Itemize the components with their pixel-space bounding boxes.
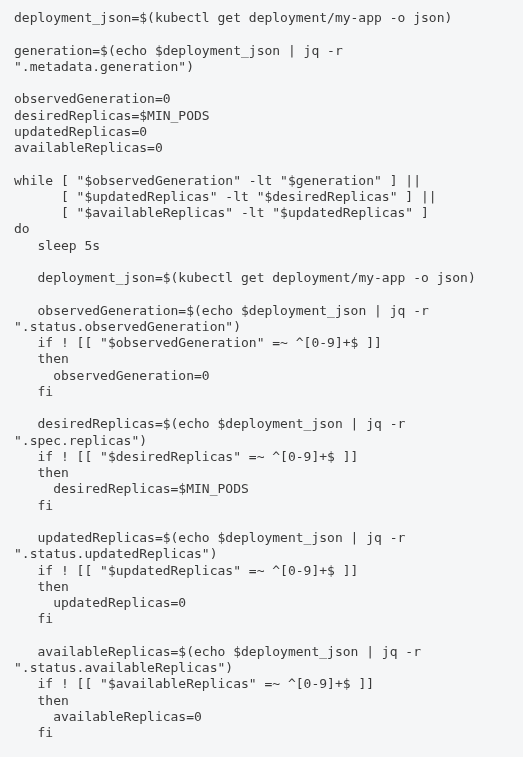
code-line: fi [14, 725, 509, 741]
code-content: deployment_json=$(kubectl get deployment… [14, 10, 509, 757]
code-line: if ! [[ "$availableReplicas" =~ ^[0-9]+$… [14, 676, 509, 692]
code-line: then [14, 465, 509, 481]
code-line: fi [14, 384, 509, 400]
code-line [14, 26, 509, 42]
code-line: availableReplicas=$(echo $deployment_jso… [14, 644, 509, 677]
code-line: updatedReplicas=$(echo $deployment_json … [14, 530, 509, 563]
code-line [14, 514, 509, 530]
code-line: deployment_json=$(kubectl get deployment… [14, 10, 509, 26]
code-line [14, 400, 509, 416]
code-line [14, 254, 509, 270]
code-line: do [14, 221, 509, 237]
code-line: updatedReplicas=0 [14, 124, 509, 140]
code-line: observedGeneration=0 [14, 368, 509, 384]
code-line [14, 741, 509, 757]
code-block: deployment_json=$(kubectl get deployment… [14, 10, 509, 757]
code-line [14, 75, 509, 91]
code-line: generation=$(echo $deployment_json | jq … [14, 43, 509, 76]
code-line: desiredReplicas=$MIN_PODS [14, 481, 509, 497]
code-line: deployment_json=$(kubectl get deployment… [14, 270, 509, 286]
code-line: fi [14, 498, 509, 514]
code-line: then [14, 579, 509, 595]
code-line [14, 286, 509, 302]
code-line: fi [14, 611, 509, 627]
code-line: sleep 5s [14, 238, 509, 254]
code-line: if ! [[ "$observedGeneration" =~ ^[0-9]+… [14, 335, 509, 351]
code-line [14, 628, 509, 644]
code-line: then [14, 693, 509, 709]
code-line: then [14, 351, 509, 367]
code-line: [ "$updatedReplicas" -lt "$desiredReplic… [14, 189, 509, 205]
code-line: desiredReplicas=$MIN_PODS [14, 108, 509, 124]
code-line: observedGeneration=$(echo $deployment_js… [14, 303, 509, 336]
code-line [14, 156, 509, 172]
code-line: if ! [[ "$updatedReplicas" =~ ^[0-9]+$ ]… [14, 563, 509, 579]
code-line: desiredReplicas=$(echo $deployment_json … [14, 416, 509, 449]
code-line: availableReplicas=0 [14, 140, 509, 156]
code-line: [ "$availableReplicas" -lt "$updatedRepl… [14, 205, 509, 221]
code-line: while [ "$observedGeneration" -lt "$gene… [14, 173, 509, 189]
code-line: availableReplicas=0 [14, 709, 509, 725]
code-line: if ! [[ "$desiredReplicas" =~ ^[0-9]+$ ]… [14, 449, 509, 465]
code-line: observedGeneration=0 [14, 91, 509, 107]
code-line: updatedReplicas=0 [14, 595, 509, 611]
